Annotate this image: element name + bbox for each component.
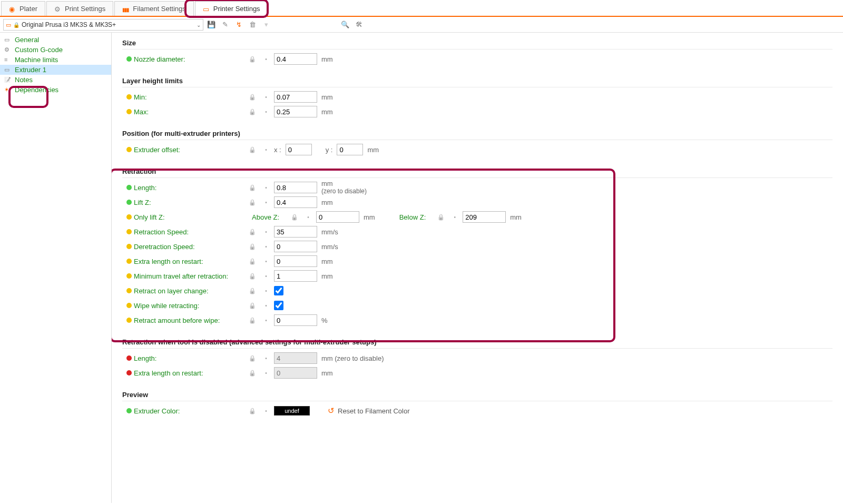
lift-z-input[interactable] — [274, 196, 317, 208]
status-bullet-yellow — [126, 318, 132, 323]
row-retract-before-wipe: Retract amount before wipe: % — [122, 313, 832, 328]
lock-icon[interactable] — [247, 258, 258, 265]
save-preset-icon[interactable]: 💾 — [207, 20, 216, 29]
lock-icon[interactable] — [247, 317, 258, 324]
tab-filament-settings[interactable]: Filament Settings — [114, 1, 193, 16]
sidebar-item-extruder1[interactable]: Extruder 1 — [0, 65, 111, 75]
rename-preset-icon[interactable]: ✎ — [220, 20, 230, 29]
lock-icon[interactable] — [247, 93, 258, 101]
reset-dot-icon[interactable] — [262, 229, 270, 235]
offset-x-input[interactable] — [286, 144, 312, 155]
reset-dot-icon[interactable] — [305, 214, 312, 220]
settings-wrench-icon[interactable]: 🛠 — [354, 20, 364, 29]
gear-icon — [54, 5, 62, 13]
sidebar-item-custom-gcode[interactable]: Custom G-code — [0, 45, 111, 55]
extra-restart-input[interactable] — [274, 255, 317, 267]
section-retraction-title: Retraction — [122, 164, 832, 178]
lock-icon[interactable] — [247, 108, 258, 115]
below-z-input[interactable] — [463, 211, 506, 223]
lock-icon[interactable] — [247, 272, 258, 280]
reset-dot-icon[interactable] — [262, 408, 270, 414]
compare-icon[interactable]: ↯ — [234, 20, 243, 29]
reset-dot-icon[interactable] — [262, 303, 270, 309]
disabled-extra-restart-label: Extra length on restart: — [126, 369, 242, 377]
unit-mm: mm — [321, 199, 333, 206]
nozzle-diameter-input[interactable] — [274, 53, 317, 65]
row-layer-min: Min: mm — [122, 90, 832, 104]
reset-dot-icon[interactable] — [262, 244, 270, 250]
retract-layer-change-checkbox[interactable] — [274, 286, 283, 295]
unit-mm: mm — [321, 258, 333, 265]
sidebar-limits-label: Machine limits — [15, 56, 58, 64]
lock-icon[interactable] — [247, 228, 258, 235]
sidebar-item-dependencies[interactable]: Dependencies — [0, 85, 111, 95]
lock-icon[interactable] — [289, 213, 300, 221]
deretraction-speed-input[interactable] — [274, 241, 317, 252]
row-only-lift-z: Only lift Z: Above Z: mm Below Z: mm — [122, 210, 832, 224]
tab-print-settings[interactable]: Print Settings — [46, 1, 113, 16]
min-travel-input[interactable] — [274, 270, 317, 282]
search-icon[interactable]: 🔍 — [340, 20, 350, 29]
lock-icon[interactable] — [247, 302, 258, 309]
reset-dot-icon[interactable] — [451, 214, 458, 220]
lock-icon[interactable] — [247, 184, 258, 191]
lock-icon[interactable] — [247, 243, 258, 250]
retraction-length-input[interactable] — [274, 182, 317, 193]
lock-icon[interactable] — [247, 199, 258, 206]
settings-content: Size Nozzle diameter: mm Layer height li… — [112, 33, 843, 503]
sidebar-item-machine-limits[interactable]: Machine limits — [0, 55, 111, 65]
reset-dot-icon[interactable] — [262, 273, 270, 279]
reset-filament-color-button[interactable]: Reset to Filament Color — [324, 405, 414, 417]
unit-pct: % — [321, 317, 328, 324]
section-layer-limits-title: Layer height limits — [122, 74, 832, 87]
min-travel-label: Minimum travel after retraction: — [126, 272, 242, 280]
lock-icon[interactable] — [247, 369, 258, 377]
extruder-color-button[interactable]: undef — [274, 406, 310, 416]
lock-icon — [13, 21, 19, 28]
above-z-input[interactable] — [316, 211, 359, 223]
reset-dot-icon[interactable] — [262, 318, 270, 323]
section-preview: Preview Extruder Color: undef Reset to F… — [122, 388, 832, 418]
delete-preset-icon[interactable]: 🗑 — [248, 20, 257, 29]
lock-icon[interactable] — [247, 146, 258, 153]
row-min-travel: Minimum travel after retraction: mm — [122, 269, 832, 283]
reset-dot-icon[interactable] — [262, 259, 270, 264]
length-hint: (zero to disable) — [321, 188, 367, 195]
lock-icon[interactable] — [247, 407, 258, 414]
sidebar-extruder1-label: Extruder 1 — [15, 66, 46, 74]
offset-y-input[interactable] — [337, 144, 363, 155]
reset-dot-icon[interactable] — [262, 94, 270, 100]
deretraction-speed-label: Deretraction Speed: — [126, 243, 242, 251]
reset-dot-icon[interactable] — [262, 200, 270, 205]
lock-icon[interactable] — [247, 354, 258, 362]
tab-printer-settings[interactable]: Printer Settings — [195, 1, 268, 16]
layer-min-input[interactable] — [274, 91, 317, 103]
status-bullet-yellow — [126, 214, 132, 220]
reset-dot-icon[interactable] — [262, 56, 270, 62]
reset-dot-icon[interactable] — [262, 109, 270, 115]
status-bullet-red — [126, 370, 132, 375]
section-position: Position (for multi-extruder printers) E… — [122, 126, 832, 157]
retract-before-wipe-input[interactable] — [274, 314, 317, 326]
preset-select[interactable]: Original Prusa i3 MK3S & MK3S+ — [3, 19, 203, 31]
section-retraction-disabled-title: Retraction when tool is disabled (advanc… — [122, 335, 832, 349]
reset-dot-icon[interactable] — [262, 147, 270, 153]
extruder-icon — [4, 66, 12, 74]
section-retraction-disabled: Retraction when tool is disabled (advanc… — [122, 335, 832, 380]
reset-dot-icon[interactable] — [262, 185, 270, 191]
retraction-speed-input[interactable] — [274, 226, 317, 238]
reset-dot-icon[interactable] — [262, 355, 270, 361]
lock-icon[interactable] — [247, 287, 258, 294]
below-z-label: Below Z: — [394, 213, 432, 221]
lock-icon[interactable] — [435, 213, 447, 221]
sidebar-item-notes[interactable]: Notes — [0, 75, 111, 85]
sidebar-item-general[interactable]: General — [0, 35, 111, 45]
reset-dot-icon[interactable] — [262, 288, 270, 294]
preset-bar: Original Prusa i3 MK3S & MK3S+ 💾 ✎ ↯ 🗑 ▾… — [0, 17, 843, 33]
disabled-length-input — [274, 352, 317, 364]
wipe-retracting-checkbox[interactable] — [274, 301, 283, 310]
tab-plater[interactable]: Plater — [1, 1, 45, 16]
lock-icon[interactable] — [247, 55, 258, 63]
layer-max-input[interactable] — [274, 106, 317, 117]
reset-dot-icon[interactable] — [262, 370, 270, 376]
